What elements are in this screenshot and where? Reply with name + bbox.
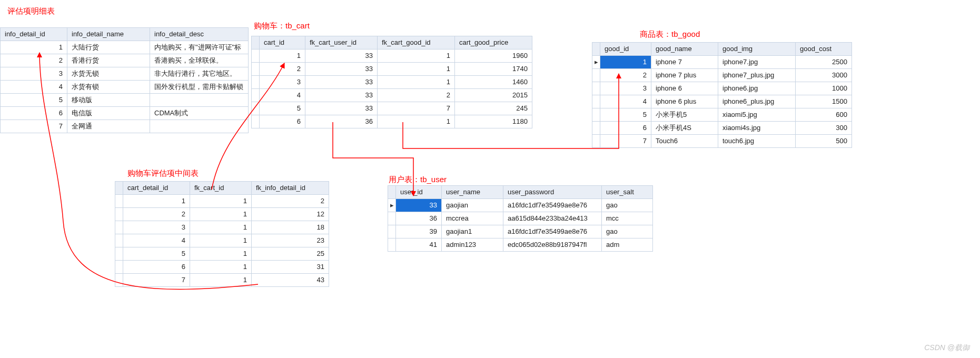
table-row[interactable]: 5小米手机5xiaomi5.jpg600 <box>592 108 852 122</box>
cell[interactable]: 39 <box>396 225 442 238</box>
cell[interactable]: 25 <box>252 247 329 261</box>
cell[interactable]: 245 <box>455 102 532 115</box>
cell[interactable]: 大陆行货 <box>67 41 150 54</box>
table-cart[interactable]: cart_idfk_cart_user_idfk_cart_good_idcar… <box>251 36 532 128</box>
table-row[interactable]: 39gaojian1a16fdc1df7e35499ae8e76gao <box>388 225 653 238</box>
cell[interactable]: 1 <box>190 221 252 234</box>
cell[interactable]: 23 <box>252 234 329 247</box>
col-good_cost[interactable]: good_cost <box>796 43 852 56</box>
cell[interactable]: 3000 <box>796 69 852 82</box>
cell[interactable]: 非大陆行港行，其它地区。 <box>150 67 249 81</box>
cell[interactable]: gao <box>602 199 653 212</box>
table-row[interactable]: 43322015 <box>252 89 532 102</box>
table-row[interactable]: ▸1iphone 7iphone7.jpg2500 <box>592 56 852 69</box>
col-user_password[interactable]: user_password <box>503 186 602 199</box>
cell[interactable]: iphone 7 plus <box>651 69 718 82</box>
cell[interactable]: 香港购买，全球联保。 <box>150 54 249 67</box>
cell[interactable]: 国外发行机型，需用卡贴解锁 <box>150 81 249 94</box>
cell[interactable]: 3 <box>600 82 651 95</box>
cell[interactable]: iphone7.jpg <box>718 56 796 69</box>
cell[interactable]: iphone6_plus.jpg <box>718 95 796 108</box>
cell[interactable]: 3 <box>123 221 190 234</box>
cell[interactable]: 1 <box>378 49 455 63</box>
table-cart-detail[interactable]: cart_detail_idfk_cart_idfk_info_detail_i… <box>115 181 329 287</box>
cell[interactable]: a16fdc1df7e35499ae8e76 <box>503 225 602 238</box>
cell[interactable]: 6 <box>260 115 305 128</box>
table-row[interactable]: 5移动版 <box>1 94 249 107</box>
table-row[interactable]: 112 <box>115 195 329 208</box>
cell[interactable]: 33 <box>305 49 378 63</box>
cell[interactable]: 6 <box>123 261 190 274</box>
cell[interactable]: admin123 <box>442 238 503 252</box>
table-row[interactable]: 2112 <box>115 208 329 221</box>
table-row[interactable]: 63611180 <box>252 115 532 128</box>
table-row[interactable]: 3iphone 6iphone6.jpg1000 <box>592 82 852 95</box>
cell[interactable]: 2 <box>1 54 67 67</box>
cell[interactable]: 600 <box>796 108 852 122</box>
cell[interactable]: 1460 <box>455 76 532 89</box>
cell[interactable]: 电信版 <box>67 107 150 120</box>
cell[interactable]: 1 <box>260 49 305 63</box>
col-good_name[interactable]: good_name <box>651 43 718 56</box>
table-row[interactable]: 4iphone 6 plusiphone6_plus.jpg1500 <box>592 95 852 108</box>
table-row[interactable]: 6电信版CDMA制式 <box>1 107 249 120</box>
table-row[interactable]: 41admin123edc065d02e88b9187947fladm <box>388 238 653 252</box>
cell[interactable]: 1 <box>123 195 190 208</box>
cell[interactable]: 1 <box>600 56 651 69</box>
cell[interactable]: 33 <box>305 76 378 89</box>
cell[interactable]: 水货有锁 <box>67 81 150 94</box>
table-row[interactable]: 7143 <box>115 274 329 287</box>
cell[interactable]: 500 <box>796 135 852 148</box>
table-row[interactable]: 5337245 <box>252 102 532 115</box>
table-row[interactable]: 13311960 <box>252 49 532 63</box>
cell[interactable]: 1 <box>190 195 252 208</box>
cell[interactable]: 6 <box>600 122 651 135</box>
cell[interactable]: 33 <box>305 102 378 115</box>
col-cart_good_price[interactable]: cart_good_price <box>455 36 532 49</box>
cell[interactable]: 33 <box>305 63 378 76</box>
table-row[interactable]: 36mccreaaa615d844e233ba24e413mcc <box>388 212 653 225</box>
cell[interactable]: 2 <box>378 89 455 102</box>
table-row[interactable]: 23311740 <box>252 63 532 76</box>
col-fk_info_detail_id[interactable]: fk_info_detail_id <box>252 182 329 195</box>
cell[interactable]: 4 <box>260 89 305 102</box>
cell[interactable]: 1 <box>378 76 455 89</box>
cell[interactable]: 1000 <box>796 82 852 95</box>
table-row[interactable]: 6131 <box>115 261 329 274</box>
cell[interactable]: iphone6.jpg <box>718 82 796 95</box>
cell[interactable]: 33 <box>305 89 378 102</box>
cell[interactable]: 300 <box>796 122 852 135</box>
cell[interactable]: 41 <box>396 238 442 252</box>
cell[interactable]: 2500 <box>796 56 852 69</box>
cell[interactable]: 2 <box>123 208 190 221</box>
cell[interactable]: 小米手机4S <box>651 122 718 135</box>
col-cart_detail_id[interactable]: cart_detail_id <box>123 182 190 195</box>
col-good_img[interactable]: good_img <box>718 43 796 56</box>
table-row[interactable]: 3118 <box>115 221 329 234</box>
cell[interactable]: iphone 7 <box>651 56 718 69</box>
table-row[interactable]: 4水货有锁国外发行机型，需用卡贴解锁 <box>1 81 249 94</box>
table-info-detail[interactable]: info_detail_idinfo_detail_nameinfo_detai… <box>0 27 249 133</box>
cell[interactable]: 3 <box>1 67 67 81</box>
col-fk_cart_user_id[interactable]: fk_cart_user_id <box>305 36 378 49</box>
cell[interactable]: 2015 <box>455 89 532 102</box>
cell[interactable]: 6 <box>1 107 67 120</box>
table-row[interactable]: 3水货无锁非大陆行港行，其它地区。 <box>1 67 249 81</box>
table-row[interactable]: ▸33gaojiana16fdc1df7e35499ae8e76gao <box>388 199 653 212</box>
cell[interactable]: 5 <box>260 102 305 115</box>
cell[interactable]: 1500 <box>796 95 852 108</box>
cell[interactable]: 36 <box>305 115 378 128</box>
table-row[interactable]: 7Touch6touch6.jpg500 <box>592 135 852 148</box>
cell[interactable]: 7 <box>378 102 455 115</box>
col-info_detail_name[interactable]: info_detail_name <box>67 28 150 41</box>
cell[interactable]: 4 <box>600 95 651 108</box>
col-info_detail_desc[interactable]: info_detail_desc <box>150 28 249 41</box>
cell[interactable]: gaojian1 <box>442 225 503 238</box>
cell[interactable] <box>150 120 249 133</box>
cell[interactable]: 7 <box>1 120 67 133</box>
cell[interactable]: 1960 <box>455 49 532 63</box>
cell[interactable]: mcc <box>602 212 653 225</box>
col-user_salt[interactable]: user_salt <box>602 186 653 199</box>
cell[interactable]: edc065d02e88b9187947fl <box>503 238 602 252</box>
cell[interactable]: iphone 6 <box>651 82 718 95</box>
